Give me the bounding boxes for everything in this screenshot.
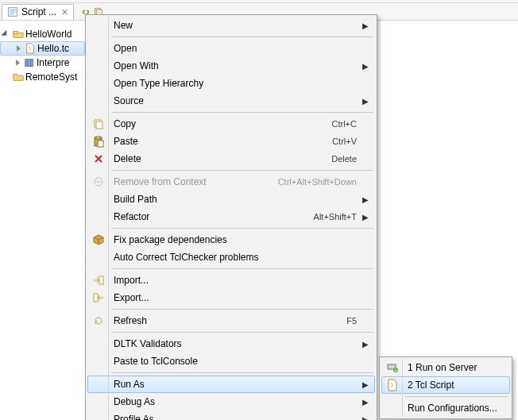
submenu-arrow-icon: ▶ — [361, 195, 369, 204]
menu-separator — [111, 332, 373, 333]
submenu-arrow-icon: ▶ — [361, 97, 369, 106]
menu-item-open-type-hierarchy[interactable]: Open Type Hierarchy — [87, 75, 375, 92]
tree-row-remote-systems[interactable]: RemoteSyst — [0, 70, 85, 84]
menu-item-auto-correct-tclchecker[interactable]: Auto Correct TclChecker problems — [87, 249, 375, 266]
script-explorer-sidebar: HelloWorld Hello.tc Interpre RemoteSyst — [0, 21, 86, 420]
library-icon — [24, 57, 35, 68]
menu-item-copy[interactable]: Copy Ctrl+C — [87, 115, 375, 133]
menu-gutter — [402, 359, 403, 417]
menu-separator — [405, 396, 508, 397]
project-folder-icon — [13, 29, 24, 40]
delete-icon — [92, 152, 105, 165]
project-tree[interactable]: HelloWorld Hello.tc Interpre RemoteSyst — [0, 27, 85, 84]
menu-item-fix-package-dependencies[interactable]: Fix package dependencies — [87, 231, 375, 249]
tree-row-interpreter[interactable]: Interpre — [0, 56, 85, 70]
menu-item-import[interactable]: Import... — [87, 272, 375, 289]
menu-item-build-path[interactable]: Build Path ▶ — [87, 191, 375, 208]
menu-item-remove-from-context: Remove from Context Ctrl+Alt+Shift+Down — [87, 173, 375, 191]
svg-rect-13 — [99, 276, 103, 284]
menu-separator — [111, 268, 373, 269]
expander-placeholder — [3, 73, 11, 81]
tree-label: Interpre — [37, 57, 69, 68]
expander-icon[interactable] — [14, 59, 22, 67]
submenu-arrow-icon: ▶ — [361, 398, 369, 407]
tree-label: RemoteSyst — [25, 71, 77, 83]
tree-row-file-hello[interactable]: Hello.tc — [0, 41, 85, 56]
submenu-arrow-icon: ▶ — [361, 62, 369, 71]
menu-item-run-as[interactable]: Run As ▶ — [87, 376, 375, 393]
view-tab-label: Script ... — [21, 6, 56, 17]
submenu-item-tcl-script[interactable]: 2 Tcl Script — [381, 376, 510, 394]
menu-item-refresh[interactable]: Refresh F5 — [87, 312, 375, 329]
menu-item-paste[interactable]: Paste Ctrl+V — [87, 133, 375, 150]
submenu-item-run-on-server[interactable]: 1 Run on Server — [381, 359, 510, 376]
menu-item-new[interactable]: New ▶ — [87, 17, 375, 34]
close-icon[interactable]: ✕ — [61, 7, 68, 17]
submenu-item-run-configurations[interactable]: Run Configurations... — [381, 399, 510, 417]
view-tab-script-explorer[interactable]: Script ... ✕ — [2, 4, 74, 20]
submenu-arrow-icon: ▶ — [361, 415, 369, 421]
svg-rect-14 — [94, 294, 98, 302]
svg-rect-5 — [28, 60, 30, 67]
menu-item-refactor[interactable]: Refactor Alt+Shift+T ▶ — [87, 208, 375, 225]
svg-rect-10 — [96, 137, 100, 139]
menu-icon-spacer — [88, 17, 109, 33]
svg-rect-6 — [31, 60, 33, 67]
import-icon — [92, 274, 105, 287]
export-icon — [92, 291, 105, 304]
svg-rect-11 — [98, 141, 103, 147]
submenu-arrow-icon: ▶ — [361, 340, 369, 349]
tcl-script-icon — [386, 379, 399, 391]
svg-rect-3 — [14, 32, 17, 34]
menu-separator — [111, 372, 373, 373]
menu-item-delete[interactable]: Delete Delete — [87, 150, 375, 168]
server-run-icon — [386, 361, 399, 374]
paste-icon — [92, 135, 105, 148]
expander-icon[interactable] — [15, 44, 23, 52]
menu-separator — [111, 37, 373, 37]
refresh-icon — [92, 314, 105, 327]
tree-label: Hello.tc — [37, 43, 69, 54]
submenu-arrow-icon: ▶ — [361, 380, 369, 389]
tree-label: HelloWorld — [25, 29, 72, 40]
menu-item-source[interactable]: Source ▶ — [87, 92, 375, 110]
tcl-file-icon — [25, 43, 36, 54]
menu-item-export[interactable]: Export... — [87, 289, 375, 306]
menu-separator — [111, 170, 373, 171]
context-submenu-run-as[interactable]: 1 Run on Server 2 Tcl Script Run Configu… — [379, 356, 512, 419]
submenu-arrow-icon: ▶ — [361, 213, 369, 222]
package-icon — [92, 233, 105, 246]
menu-item-debug-as[interactable]: Debug As ▶ — [87, 393, 375, 410]
folder-icon — [13, 71, 24, 83]
menu-item-open-with[interactable]: Open With ▶ — [87, 57, 375, 75]
remove-context-icon — [92, 175, 105, 188]
submenu-arrow-icon: ▶ — [361, 21, 369, 30]
context-menu[interactable]: New ▶ Open Open With ▶ Open Type Hierarc… — [85, 14, 377, 420]
tree-row-project[interactable]: HelloWorld — [0, 27, 85, 41]
menu-item-dltk-validators[interactable]: DLTK Validators ▶ — [87, 335, 375, 353]
menu-separator — [111, 309, 373, 310]
script-explorer-icon — [7, 6, 18, 17]
menu-item-paste-to-tclconsole[interactable]: Paste to TclConsole — [87, 353, 375, 370]
expander-icon[interactable] — [3, 30, 11, 38]
menu-gutter — [108, 17, 109, 420]
copy-icon — [92, 118, 105, 130]
menu-item-open[interactable]: Open — [87, 40, 375, 57]
menu-separator — [111, 228, 373, 229]
menu-item-profile-as[interactable]: Profile As ▶ — [87, 410, 375, 420]
menu-separator — [111, 112, 373, 113]
svg-rect-4 — [25, 60, 28, 67]
svg-rect-8 — [96, 121, 102, 129]
